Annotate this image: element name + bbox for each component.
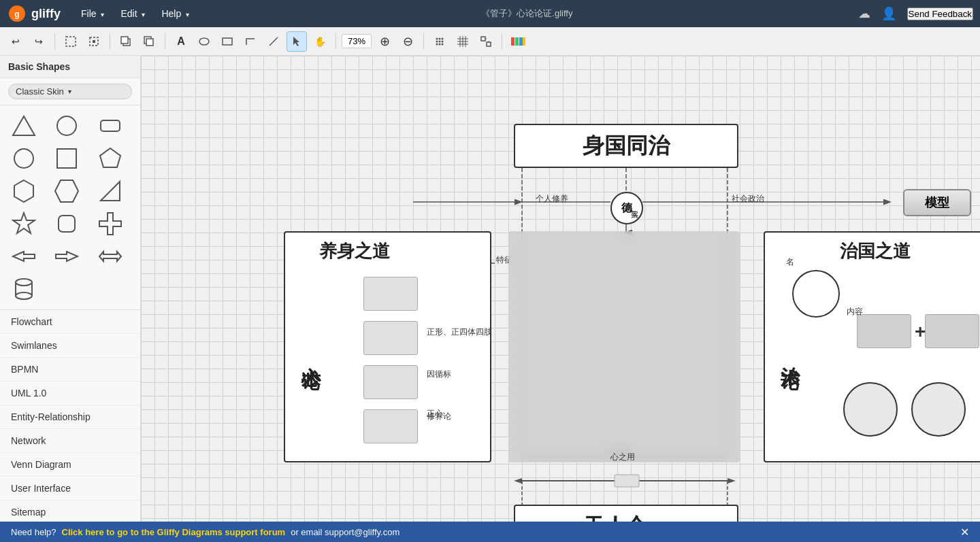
- close-icon[interactable]: ✕: [960, 526, 969, 539]
- circle2-shape[interactable]: [8, 145, 39, 172]
- skin-dropdown[interactable]: Classic Skin ▾: [8, 84, 132, 99]
- right-box-1[interactable]: [857, 314, 911, 348]
- help-link[interactable]: Click here to go to the Gliffy Diagrams …: [62, 527, 286, 537]
- right-triangle-shape[interactable]: [95, 177, 126, 205]
- left-box-3[interactable]: [363, 365, 418, 399]
- cylinder-shape[interactable]: [8, 275, 39, 303]
- zoom-display[interactable]: 73%: [342, 34, 372, 48]
- cross-shape[interactable]: [95, 210, 126, 237]
- svg-rect-32: [515, 37, 519, 46]
- model-box-1[interactable]: 模型: [903, 189, 971, 216]
- sidebar-item-entity-rel[interactable]: Entity-Relationship: [0, 405, 140, 429]
- svg-rect-62: [615, 475, 639, 487]
- hexagon-icon: [12, 179, 36, 203]
- circle-shape[interactable]: [51, 112, 82, 139]
- rect-tool[interactable]: [217, 31, 238, 52]
- send-feedback-button[interactable]: Send Feedback: [907, 7, 973, 20]
- left-arrow-icon: [12, 244, 36, 269]
- redo-btn[interactable]: ↪: [29, 31, 49, 52]
- svg-marker-61: [728, 478, 736, 484]
- select-partial-icon: [65, 35, 77, 48]
- sidebar-item-venn[interactable]: Venn Diagram: [0, 453, 140, 477]
- sidebar-item-flowchart[interactable]: Flowchart: [0, 310, 140, 334]
- sidebar-item-bpmn[interactable]: BPMN: [0, 358, 140, 382]
- left-arrow-shape[interactable]: [8, 243, 39, 270]
- pentagon-shape[interactable]: [95, 145, 126, 172]
- select-touch-icon: [88, 35, 100, 48]
- hexagon-shape[interactable]: [8, 177, 39, 205]
- snap-btn[interactable]: [476, 31, 496, 52]
- square-shape[interactable]: [51, 145, 82, 172]
- rounded-square-shape[interactable]: [51, 210, 82, 237]
- bottom-box[interactable]: 天人合一: [514, 505, 738, 522]
- sidebar-item-swimlanes[interactable]: Swimlanes: [0, 334, 140, 358]
- select-touch-btn[interactable]: [84, 31, 104, 52]
- toolbar: ↩ ↪ A ✋ 73% ⊕ ⊖: [0, 27, 980, 56]
- svg-point-36: [57, 116, 76, 135]
- cultivation-label: 修养论: [427, 411, 451, 422]
- right-box-2[interactable]: [925, 314, 979, 348]
- sidebar-item-uml[interactable]: UML 1.0: [0, 382, 140, 405]
- bring-front-icon: [120, 35, 132, 48]
- right-vertical-text: 治术论: [772, 287, 806, 423]
- pan-tool[interactable]: ✋: [310, 31, 330, 52]
- right-arrow-icon: [54, 244, 79, 269]
- right-circle-bottom-1[interactable]: [843, 382, 898, 437]
- svg-marker-44: [13, 213, 35, 233]
- send-back-btn[interactable]: [139, 31, 159, 52]
- triangle-shape[interactable]: [8, 112, 39, 139]
- edit-menu[interactable]: Edit ▾: [114, 5, 152, 22]
- grid-lines-btn[interactable]: [453, 31, 473, 52]
- line-icon: [267, 35, 280, 48]
- user-icon[interactable]: 👤: [881, 6, 896, 21]
- star-shape[interactable]: [8, 210, 39, 237]
- triangle-icon: [12, 114, 36, 138]
- toolbar-sep-1: [54, 33, 55, 50]
- rounded-rect-icon: [98, 114, 122, 138]
- svg-marker-35: [13, 116, 35, 135]
- svg-point-13: [439, 37, 441, 39]
- cloud-icon[interactable]: ☁: [858, 6, 870, 21]
- right-group-title: 治国之道: [840, 239, 911, 263]
- skin-label: Classic Skin: [16, 86, 64, 97]
- svg-point-46: [16, 279, 32, 286]
- top-box[interactable]: 身国同治: [514, 124, 738, 168]
- canvas-area[interactable]: 心之用: [141, 56, 980, 522]
- text-tool[interactable]: A: [171, 31, 191, 52]
- file-menu[interactable]: File ▾: [74, 5, 111, 22]
- ellipse-icon: [198, 35, 210, 48]
- skin-arrow-icon: ▾: [68, 88, 71, 95]
- select-partial-btn[interactable]: [61, 31, 81, 52]
- hexagon2-shape[interactable]: [51, 177, 82, 205]
- cross-icon: [98, 211, 122, 236]
- right-circle-bottom-2[interactable]: [911, 382, 966, 437]
- plus-sign-1: +: [915, 321, 926, 343]
- bidir-arrow-shape[interactable]: [95, 243, 126, 270]
- svg-point-12: [436, 37, 438, 39]
- help-menu[interactable]: Help ▾: [154, 5, 196, 22]
- doc-title: 《管子》心论论证.gliffy: [481, 7, 572, 20]
- zoom-in-btn[interactable]: ⊕: [374, 31, 395, 52]
- basis-label: 因循标: [427, 369, 451, 380]
- heart-use-label: 心之用: [610, 452, 635, 463]
- line-tool[interactable]: [263, 31, 284, 52]
- undo-btn[interactable]: ↩: [5, 31, 26, 52]
- grid-dots-btn[interactable]: [429, 31, 450, 52]
- line-elbow-tool[interactable]: [240, 31, 261, 52]
- color-theme-btn[interactable]: [508, 31, 528, 52]
- sidebar-item-network[interactable]: Network: [0, 429, 140, 453]
- cursor-icon: [291, 35, 303, 48]
- bring-front-btn[interactable]: [116, 31, 136, 52]
- header: g gliffy File ▾ Edit ▾ Help ▾ 《管子》心论论证.g…: [0, 0, 980, 27]
- de-circle[interactable]: 德: [610, 192, 643, 224]
- left-box-4[interactable]: [363, 409, 418, 443]
- sidebar-item-ui[interactable]: User Interface: [0, 477, 140, 501]
- right-arrow-shape[interactable]: [51, 243, 82, 270]
- sidebar-item-sitemap[interactable]: Sitemap: [0, 501, 140, 522]
- left-box-1[interactable]: [363, 277, 418, 311]
- rounded-rect-shape[interactable]: [95, 112, 126, 139]
- left-box-2[interactable]: [363, 321, 418, 355]
- select-tool[interactable]: [287, 31, 307, 52]
- ellipse-tool[interactable]: [194, 31, 214, 52]
- zoom-out-btn[interactable]: ⊖: [397, 31, 418, 52]
